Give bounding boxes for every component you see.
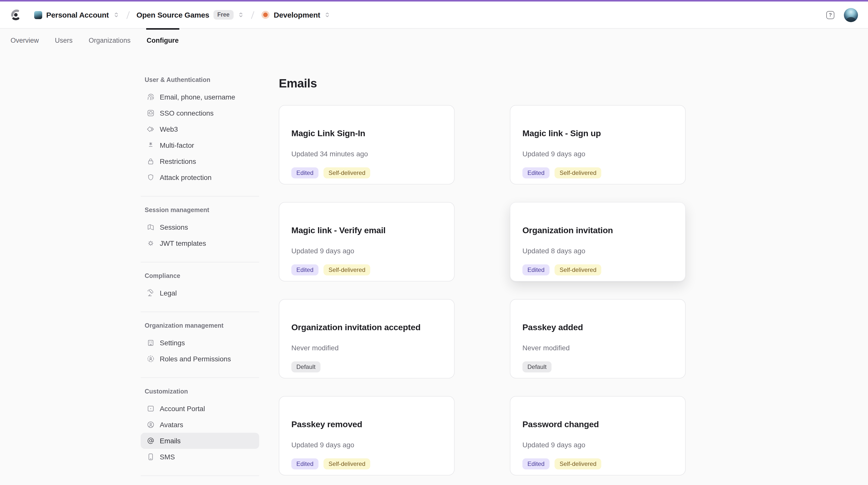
chevron-updown-icon: [113, 11, 119, 18]
sidebar-item-multi-factor[interactable]: Multi-factor: [141, 137, 259, 153]
breadcrumb-slash: [124, 10, 131, 20]
content-area: User & Authentication Email, phone, user…: [0, 52, 868, 485]
default-badge: Default: [291, 361, 320, 372]
email-card-password-changed[interactable]: Password changed Updated 9 days ago Edit…: [510, 396, 686, 476]
breadcrumb-organization[interactable]: Open Source Games Free: [136, 10, 244, 20]
breadcrumb-environment[interactable]: Development: [261, 10, 331, 19]
help-button[interactable]: ?: [826, 11, 834, 19]
sidebar-item-label: Multi-factor: [160, 141, 194, 149]
building-icon: [147, 339, 155, 347]
card-title: Organization invitation: [522, 224, 673, 236]
card-badges: Edited Self-delivered: [291, 167, 442, 178]
web3-diamond-icon: [147, 125, 155, 133]
configure-sidebar: User & Authentication Email, phone, user…: [141, 77, 259, 485]
sidebar-item-label: Account Portal: [160, 404, 205, 413]
sidebar-divider: [141, 196, 259, 196]
card-status: Never modified: [291, 343, 442, 353]
card-badges: Edited Self-delivered: [291, 264, 442, 275]
organization-name: Open Source Games: [136, 10, 209, 19]
email-card-magic-link-sign-up[interactable]: Magic link - Sign up Updated 9 days ago …: [510, 105, 686, 184]
sidebar-item-web3[interactable]: Web3: [141, 121, 259, 137]
sidebar-item-roles-permissions[interactable]: Roles and Permissions: [141, 351, 259, 367]
self-delivered-badge: Self-delivered: [555, 167, 601, 178]
sidebar-item-label: Email, phone, username: [160, 93, 235, 101]
card-title: Magic link - Verify email: [291, 224, 442, 236]
card-status: Updated 9 days ago: [522, 149, 673, 158]
account-name: Personal Account: [46, 10, 109, 19]
sidebar-item-legal[interactable]: Legal: [141, 285, 259, 301]
sidebar-item-sessions[interactable]: Sessions: [141, 219, 259, 235]
page-title: Emails: [279, 77, 686, 90]
sidebar-item-label: Roles and Permissions: [160, 355, 231, 363]
tab-overview[interactable]: Overview: [10, 29, 39, 52]
primary-tabbar: Overview Users Organizations Configure: [0, 29, 868, 52]
roles-icon: [147, 355, 155, 363]
card-title: Magic Link Sign-In: [291, 127, 442, 139]
app-root: Personal Account Open Source Games Free: [0, 0, 868, 485]
tab-organizations[interactable]: Organizations: [88, 29, 131, 52]
section-label-organization-management: Organization management: [145, 322, 259, 329]
email-card-passkey-removed[interactable]: Passkey removed Updated 9 days ago Edite…: [279, 396, 455, 476]
sidebar-item-label: SSO connections: [160, 109, 214, 117]
card-badges: Edited Self-delivered: [522, 458, 673, 469]
sidebar-item-jwt-templates[interactable]: JWT templates: [141, 235, 259, 251]
sidebar-item-label: Avatars: [160, 421, 183, 429]
sidebar-item-sso-connections[interactable]: SSO connections: [141, 105, 259, 121]
sidebar-item-attack-protection[interactable]: Attack protection: [141, 170, 259, 185]
account-avatar: [34, 11, 42, 19]
chevron-updown-icon: [238, 11, 244, 18]
self-delivered-badge: Self-delivered: [323, 458, 370, 469]
sidebar-item-restrictions[interactable]: Restrictions: [141, 153, 259, 170]
email-card-passkey-added[interactable]: Passkey added Never modified Default: [510, 299, 686, 378]
environment-name: Development: [274, 10, 320, 19]
card-badges: Default: [291, 361, 442, 372]
sidebar-divider: [141, 312, 259, 312]
sidebar-item-label: JWT templates: [160, 239, 206, 247]
breadcrumb-personal-account[interactable]: Personal Account: [34, 10, 119, 19]
card-status: Updated 8 days ago: [522, 246, 673, 255]
card-status: Updated 34 minutes ago: [291, 149, 442, 158]
user-avatar[interactable]: [844, 8, 858, 22]
sidebar-item-account-portal[interactable]: Account Portal: [141, 400, 259, 417]
card-status: Never modified: [522, 343, 673, 353]
sidebar-item-label: Emails: [160, 437, 181, 445]
sidebar-item-sms[interactable]: SMS: [141, 449, 259, 465]
asterisk-icon: [147, 141, 155, 149]
sidebar-item-label: Sessions: [160, 223, 188, 231]
sidebar-item-settings[interactable]: Settings: [141, 335, 259, 351]
email-card-magic-link-verify-email[interactable]: Magic link - Verify email Updated 9 days…: [279, 202, 455, 281]
sidebar-item-email-phone-username[interactable]: Email, phone, username: [141, 89, 259, 105]
card-status: Updated 9 days ago: [291, 440, 442, 450]
sidebar-item-label: Legal: [160, 289, 177, 297]
email-card-organization-invitation-accepted[interactable]: Organization invitation accepted Never m…: [279, 299, 455, 378]
tab-users[interactable]: Users: [55, 29, 73, 52]
card-status: Updated 9 days ago: [291, 246, 442, 255]
sidebar-item-emails[interactable]: Emails: [141, 433, 259, 449]
self-delivered-badge: Self-delivered: [555, 458, 601, 469]
plan-badge: Free: [213, 10, 234, 20]
tab-configure[interactable]: Configure: [146, 29, 179, 52]
sidebar-divider: [141, 476, 259, 476]
at-sign-icon: [147, 437, 155, 445]
section-label-customization: Customization: [145, 388, 259, 395]
browser-window-icon: [147, 404, 155, 413]
sidebar-item-label: Web3: [160, 125, 178, 133]
edited-badge: Edited: [291, 458, 318, 469]
gavel-icon: [147, 289, 155, 297]
self-delivered-badge: Self-delivered: [555, 264, 601, 275]
edited-badge: Edited: [522, 458, 550, 469]
sidebar-item-avatars[interactable]: Avatars: [141, 417, 259, 433]
default-badge: Default: [522, 361, 552, 372]
edited-badge: Edited: [291, 264, 318, 275]
email-template-grid: Magic Link Sign-In Updated 34 minutes ag…: [279, 105, 686, 476]
sso-cloud-icon: [147, 109, 155, 117]
sidebar-divider: [141, 262, 259, 262]
sidebar-item-label: Settings: [160, 339, 185, 347]
chevron-updown-icon: [324, 11, 331, 18]
email-card-magic-link-sign-in[interactable]: Magic Link Sign-In Updated 34 minutes ag…: [279, 105, 455, 184]
email-card-organization-invitation[interactable]: Organization invitation Updated 8 days a…: [510, 202, 686, 281]
phone-icon: [147, 453, 155, 461]
card-title: Password changed: [522, 418, 673, 430]
breadcrumb-slash: [249, 10, 256, 20]
sidebar-divider: [141, 377, 259, 378]
